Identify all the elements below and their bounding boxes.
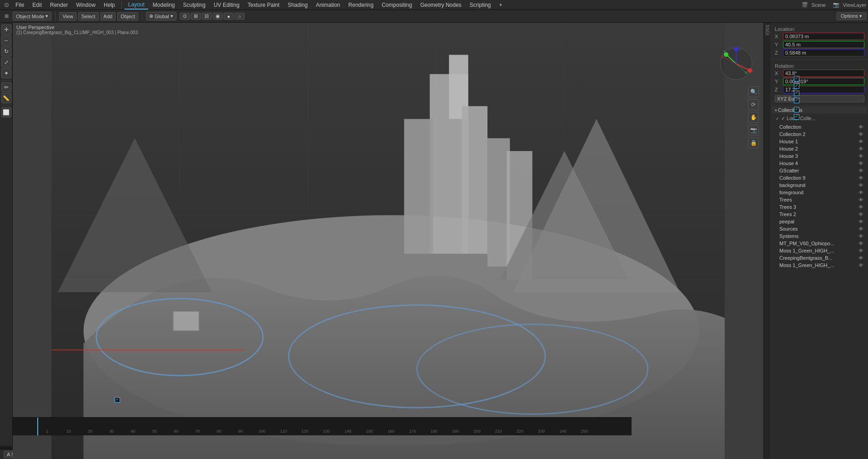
surfaces-checkbox[interactable]	[794, 83, 799, 89]
scene-label: 🎬 Scene 📷 ViewLayer	[802, 2, 866, 8]
workspace-scripting[interactable]: Scripting	[466, 1, 495, 9]
chevron-down-icon2: ▾	[171, 13, 173, 19]
app: ⊙ File Edit Render Window Help Layout Mo…	[0, 0, 868, 459]
blender-logo: ⊙	[2, 0, 11, 10]
workspace-uv-editing[interactable]: UV Editing	[210, 1, 243, 9]
motion-blur-checkbox[interactable]	[794, 107, 799, 112]
ruler-tick: 240	[552, 429, 573, 434]
xray[interactable]: ◉	[213, 13, 223, 20]
svg-rect-26	[372, 379, 374, 381]
ruler-tick: 10	[58, 429, 79, 434]
transform-tool[interactable]: ✦	[1, 68, 11, 78]
shading-matcap[interactable]: ○	[235, 13, 245, 20]
ruler-tick: 100	[251, 429, 273, 434]
rotate-tool[interactable]: ↻	[1, 46, 11, 56]
svg-rect-12	[462, 106, 487, 253]
mode-dropdown[interactable]: Object Mode ▾	[13, 12, 51, 20]
timeline-ruler[interactable]: 1102030405060708090100110120130140150160…	[0, 417, 632, 435]
workspace-texture-paint[interactable]: Texture Paint	[244, 1, 283, 9]
view-layer-icon: 📷	[833, 2, 839, 8]
add-cube[interactable]: ⬜	[1, 107, 11, 117]
move-tool[interactable]: ↔	[1, 35, 11, 45]
volumes-checkbox[interactable]	[794, 98, 799, 103]
ruler-tick: 80	[208, 429, 230, 434]
ruler-tick: 110	[273, 429, 294, 434]
menu-render[interactable]: Render	[46, 1, 71, 9]
current-frame-marker	[37, 418, 38, 435]
ruler-tick: 180	[423, 429, 445, 434]
workspace-add[interactable]: +	[496, 1, 506, 9]
ruler-tick: 140	[337, 429, 359, 434]
select-menu[interactable]: Select	[78, 12, 99, 20]
ruler-tick: 230	[531, 429, 552, 434]
workspace-shading[interactable]: Shading	[284, 1, 311, 9]
snap-toggle[interactable]: ⊞	[191, 13, 201, 20]
ruler-tick: 210	[488, 429, 509, 434]
view-menu[interactable]: View	[59, 12, 76, 20]
svg-rect-23	[276, 373, 277, 374]
add-menu[interactable]: Add	[100, 12, 116, 20]
workspace-modeling[interactable]: Modeling	[149, 1, 179, 9]
viewport-area: ⊞ Object Mode ▾ View Select Add Object ⊕…	[0, 10, 632, 394]
svg-rect-13	[487, 138, 510, 267]
shading-solid[interactable]: ●	[224, 13, 234, 20]
ruler-tick: 130	[316, 429, 337, 434]
viewport-3d[interactable]: User Perspective (1) CreepingBentgrass_B…	[13, 23, 632, 394]
transform-space[interactable]: ⊕ Global ▾	[146, 12, 176, 20]
denoising-checkbox[interactable]	[794, 114, 799, 120]
left-toolbar: ✛ ↔ ↻ ⤢ ✦ ✏ 📏 ⬜	[0, 23, 13, 394]
content-area: ⊞ Object Mode ▾ View Select Add Object ⊕…	[0, 10, 868, 449]
hair-checkbox[interactable]	[794, 91, 799, 96]
cursor-tool[interactable]: ✛	[1, 25, 11, 35]
transform-icon: ⊕	[149, 13, 153, 19]
toolbar-icon: ⊞	[2, 12, 11, 21]
chevron-down-icon: ▾	[45, 13, 48, 19]
ltb-sep1	[2, 80, 11, 81]
scale-tool[interactable]: ⤢	[1, 57, 11, 67]
ruler-tick: 220	[509, 429, 531, 434]
object-menu[interactable]: Object	[117, 12, 138, 20]
ltb-sep2	[2, 105, 11, 106]
use-nodes-checkbox[interactable]	[115, 397, 120, 403]
left-area: ⊞ Object Mode ▾ View Select Add Object ⊕…	[0, 10, 632, 449]
workspace-layout[interactable]: Layout	[125, 0, 148, 10]
svg-rect-20	[180, 382, 181, 384]
ruler-tick: 20	[80, 429, 101, 434]
svg-rect-21	[212, 369, 213, 371]
ruler-tick: 200	[466, 429, 487, 434]
workspace-geometry-nodes[interactable]: Geometry Nodes	[416, 1, 465, 9]
svg-rect-18	[115, 363, 117, 364]
environment-checkbox[interactable]	[794, 76, 799, 81]
svg-rect-29	[173, 312, 199, 331]
top-menu-bar: ⊙ File Edit Render Window Help Layout Mo…	[0, 0, 868, 10]
menu-help[interactable]: Help	[100, 1, 119, 9]
viewport-perspective: User Perspective	[16, 25, 138, 30]
workspace-sculpting[interactable]: Sculpting	[180, 1, 209, 9]
menu-edit[interactable]: Edit	[29, 1, 45, 9]
view-layer-name: ViewLayer	[843, 2, 866, 8]
menu-window[interactable]: Window	[72, 1, 99, 9]
svg-rect-24	[308, 382, 310, 384]
svg-rect-27	[404, 385, 406, 387]
svg-rect-11	[404, 119, 433, 254]
ruler-tick: 50	[144, 429, 165, 434]
overlay[interactable]: ⊟	[202, 13, 212, 20]
workspace-rendering[interactable]: Rendering	[345, 1, 377, 9]
ruler-tick: 170	[402, 429, 423, 434]
viewport-active-object: (1) CreepingBentgrass_Big_CLUMP_HIGH_003…	[16, 30, 138, 35]
measure-tool[interactable]: 📏	[1, 93, 11, 103]
workspace-compositing[interactable]: Compositing	[378, 1, 416, 9]
ruler-ticks: 1102030405060708090100110120130140150160…	[36, 429, 595, 434]
annotate-tool[interactable]: ✏	[1, 82, 11, 92]
ruler-tick: 120	[294, 429, 316, 434]
menu-file[interactable]: File	[12, 1, 28, 9]
svg-rect-19	[148, 376, 149, 377]
proportional-edit[interactable]: ⊙	[180, 13, 190, 20]
ruler-tick: 90	[230, 429, 251, 434]
svg-rect-22	[244, 379, 246, 381]
scene-icon: 🎬	[802, 2, 808, 8]
workspace-animation[interactable]: Animation	[312, 1, 344, 9]
ruler-tick: 1	[36, 429, 58, 434]
ruler-tick: 160	[380, 429, 401, 434]
scene-svg	[13, 23, 632, 394]
